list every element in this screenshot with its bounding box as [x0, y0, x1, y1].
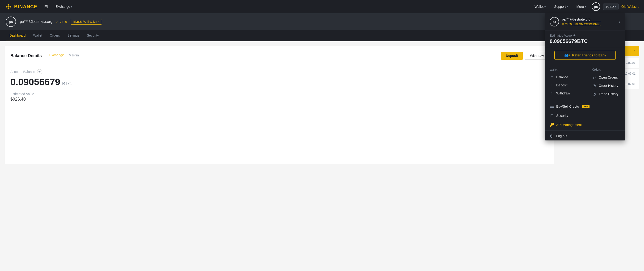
- balance-amount: 0.09056679: [10, 77, 60, 87]
- dp-diamond-icon: ◇: [562, 22, 564, 26]
- balance-tab-exchange[interactable]: Exchange: [49, 53, 64, 58]
- wallet-chevron: ▾: [544, 6, 546, 8]
- exchange-chevron: ▾: [71, 6, 72, 8]
- svg-marker-0: [8, 4, 10, 6]
- dp-balance-item[interactable]: ≡ Balance: [550, 73, 578, 81]
- user-email: pa***@bestrate.org: [20, 20, 52, 24]
- withdraw-icon: ↑: [550, 91, 554, 95]
- security-icon: ⊡: [550, 113, 554, 118]
- dp-menu-section: Wallet ≡ Balance ↓ Deposit ↑ Withdraw Or…: [545, 67, 625, 100]
- wallet-nav[interactable]: Wallet ▾: [532, 3, 548, 10]
- api-icon: 🔑: [550, 123, 554, 127]
- divider: [545, 66, 625, 66]
- dp-eye-icon[interactable]: 👁: [573, 34, 576, 37]
- toggle-balance-icon[interactable]: 👁: [37, 69, 42, 74]
- dp-vip: ◇ VIP 0 Identity Verification »: [562, 22, 601, 26]
- user-avatar: pa: [6, 17, 16, 27]
- header-right: Wallet ▾ Support ▾ More ▾ pa $USD ▾ Old …: [532, 2, 639, 11]
- balance-unit: BTC: [62, 81, 72, 86]
- dp-verify-button[interactable]: Identity Verification »: [573, 22, 601, 26]
- dp-email: pa***@bestrate.org: [562, 18, 601, 21]
- old-website-link[interactable]: Old Website: [621, 5, 639, 9]
- trade-history-icon: ◔: [592, 92, 596, 96]
- dp-wallet-col: Wallet ≡ Balance ↓ Deposit ↑ Withdraw: [550, 68, 578, 98]
- dp-orders-col: Orders ⇄ Open Orders ◔ Order History ◔ T…: [592, 68, 620, 98]
- dp-order-history-item[interactable]: ◔ Order History: [592, 81, 620, 90]
- dp-header: pa pa***@bestrate.org ◇ VIP 0 Identity V…: [545, 13, 625, 31]
- estimated-label: Estimated Value: [10, 92, 549, 96]
- dp-estimated-section: Estimated Value 👁 0.09056679BTC: [545, 31, 625, 48]
- dp-deposit-item[interactable]: ↓ Deposit: [550, 81, 578, 89]
- dp-orders-title: Orders: [592, 68, 620, 71]
- more-nav[interactable]: More ▾: [574, 3, 589, 10]
- logout-icon: ⏻: [550, 134, 554, 138]
- balance-actions: Deposit Withdraw: [501, 52, 549, 60]
- balance-title: Balance Details: [10, 53, 42, 58]
- dp-trade-history-item[interactable]: ◔ Trade History: [592, 90, 620, 98]
- header: BINANCE ⊞ Exchange ▾ Wallet ▾ Support ▾ …: [0, 0, 644, 13]
- svg-marker-1: [6, 6, 8, 8]
- notification-arrow: ›: [634, 49, 636, 53]
- tab-settings[interactable]: Settings: [64, 30, 83, 41]
- user-dropdown-panel: pa pa***@bestrate.org ◇ VIP 0 Identity V…: [545, 13, 625, 140]
- balance-tabs: Exchange Margin: [49, 53, 79, 58]
- dp-avatar: pa: [550, 17, 559, 27]
- estimated-value: $926.40: [10, 97, 549, 102]
- more-chevron: ▾: [585, 6, 586, 8]
- header-nav: Exchange ▾: [52, 3, 75, 10]
- new-badge: New: [582, 105, 590, 108]
- dp-arrow-icon[interactable]: ›: [619, 20, 620, 24]
- support-chevron: ▾: [567, 6, 568, 8]
- svg-marker-3: [8, 6, 10, 8]
- binance-logo-icon: [5, 3, 12, 11]
- dp-buy-sell-item[interactable]: ▬ Buy/Sell Crypto New: [545, 102, 625, 111]
- svg-marker-2: [10, 6, 11, 8]
- grid-icon[interactable]: ⊞: [44, 4, 48, 9]
- order-history-icon: ◔: [592, 83, 596, 88]
- dp-estimated-value: 0.09056679BTC: [550, 38, 620, 44]
- deposit-icon: ↓: [550, 83, 554, 87]
- divider: [545, 101, 625, 101]
- dp-open-orders-item[interactable]: ⇄ Open Orders: [592, 73, 620, 81]
- dp-user-info: pa pa***@bestrate.org ◇ VIP 0 Identity V…: [550, 17, 601, 27]
- tab-orders[interactable]: Orders: [46, 30, 64, 41]
- exchange-nav[interactable]: Exchange ▾: [52, 3, 75, 10]
- dp-logout-item[interactable]: ⏻ Log out: [545, 131, 625, 140]
- divider: [545, 130, 625, 131]
- open-orders-icon: ⇄: [592, 75, 596, 80]
- svg-marker-4: [8, 8, 10, 10]
- dp-wallet-title: Wallet: [550, 68, 578, 71]
- diamond-icon: ◇: [56, 20, 58, 24]
- refer-icon: 👥+: [564, 53, 570, 57]
- support-nav[interactable]: Support ▾: [551, 3, 571, 10]
- dp-security-item[interactable]: ⊡ Security: [545, 111, 625, 120]
- verify-button[interactable]: Identity Verification »: [71, 19, 102, 25]
- account-balance-label: Account Balance 👁: [10, 69, 549, 74]
- dp-api-item[interactable]: 🔑 API Management: [545, 120, 625, 129]
- deposit-button[interactable]: Deposit: [501, 52, 522, 60]
- dp-estimated-label: Estimated Value 👁: [550, 34, 620, 37]
- tab-security[interactable]: Security: [83, 30, 102, 41]
- balance-header: Balance Details Exchange Margin Deposit …: [10, 52, 549, 60]
- buy-sell-icon: ▬: [550, 104, 554, 109]
- tab-dashboard[interactable]: Dashboard: [6, 30, 30, 41]
- vip-badge: ◇ VIP 0: [56, 20, 67, 24]
- balance-panel: Balance Details Exchange Margin Deposit …: [5, 46, 554, 164]
- currency-chevron: ▾: [615, 6, 616, 8]
- currency-selector[interactable]: $USD ▾: [603, 4, 618, 10]
- balance-amount-row: 0.09056679 BTC: [10, 74, 549, 87]
- tab-wallet[interactable]: Wallet: [30, 30, 46, 41]
- user-avatar-btn[interactable]: pa: [592, 2, 600, 11]
- logo[interactable]: BINANCE: [5, 3, 37, 11]
- refer-friends-button[interactable]: 👥+ Refer Friends to Earn: [554, 51, 616, 60]
- logo-text: BINANCE: [14, 4, 37, 10]
- dp-withdraw-item[interactable]: ↑ Withdraw: [550, 89, 578, 97]
- balance-icon: ≡: [550, 75, 554, 79]
- balance-tab-margin[interactable]: Margin: [69, 53, 79, 58]
